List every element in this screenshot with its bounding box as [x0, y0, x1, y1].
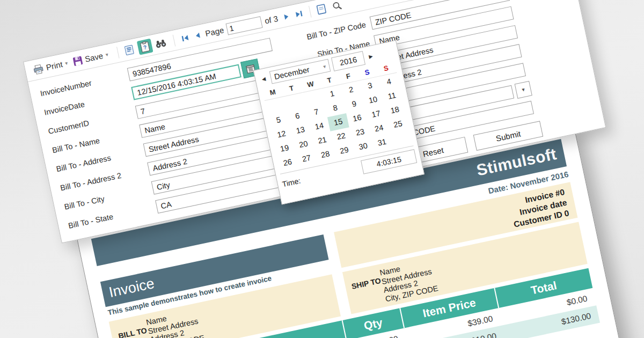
zoom-button[interactable]	[329, 0, 346, 14]
save-dropdown-caret[interactable]: ▾	[105, 52, 109, 58]
previous-page-button[interactable]	[194, 31, 202, 40]
save-button[interactable]: Save ▾	[72, 49, 109, 67]
printer-icon	[32, 63, 45, 75]
page-count-label: of 3	[264, 14, 279, 26]
day-cell[interactable]: 26	[276, 153, 298, 172]
day-cell[interactable]: 29	[333, 142, 355, 160]
month-label: December	[273, 65, 310, 82]
day-cell[interactable]: 31	[371, 134, 393, 152]
year-label: 2016	[339, 55, 358, 67]
first-page-button[interactable]	[180, 33, 190, 42]
parameters-button[interactable]: ?	[137, 38, 153, 55]
previous-month-arrow[interactable]: ◄	[259, 75, 268, 84]
next-month-arrow[interactable]: ►	[367, 52, 376, 61]
print-label: Print	[45, 60, 63, 72]
time-label: Time:	[281, 177, 301, 189]
toolbar-separator	[116, 46, 120, 58]
print-button[interactable]: Print ▾	[32, 58, 69, 75]
bookmarks-button[interactable]	[121, 41, 137, 58]
page-label: Page	[204, 25, 225, 38]
save-icon	[72, 55, 83, 67]
toolbar-separator	[173, 34, 176, 46]
day-cell[interactable]: 30	[352, 137, 374, 156]
last-page-button[interactable]	[295, 9, 304, 18]
stage: Stimulsoft Date: November 2016 Invoice I…	[0, 0, 644, 338]
empty-day-cell	[390, 129, 412, 148]
view-mode-button[interactable]	[313, 1, 330, 17]
time-input[interactable]	[361, 149, 417, 174]
state-dropdown-button[interactable]: ▼	[515, 80, 532, 98]
ship-to-address: NameStreet AddressAddress 2City, ZIP COD…	[379, 258, 438, 302]
find-button[interactable]	[152, 35, 169, 52]
page-number-input[interactable]	[226, 16, 263, 35]
next-page-button[interactable]	[283, 12, 291, 20]
save-label: Save	[84, 51, 104, 64]
month-dropdown-caret: ▾	[323, 63, 326, 70]
print-dropdown-caret[interactable]: ▾	[64, 60, 68, 67]
day-cell[interactable]: 27	[296, 150, 318, 168]
bill-to-address: NameStreet AddressAddress 2City, ZIP COD…	[145, 307, 205, 338]
toolbar-separator	[309, 5, 312, 17]
day-cell[interactable]: 28	[314, 145, 336, 164]
